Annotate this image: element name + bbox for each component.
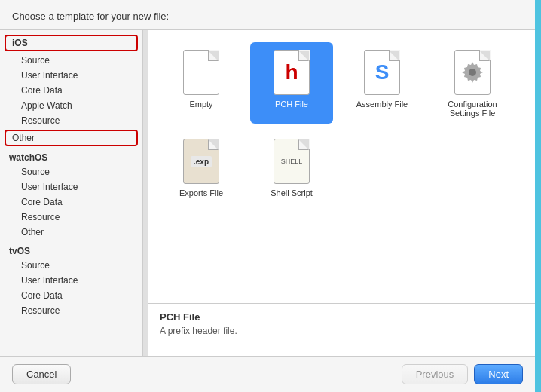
sidebar-item-apple-watch[interactable]: Apple Watch <box>0 98 142 113</box>
sidebar-item-resource-tvos[interactable]: Resource <box>0 303 142 318</box>
assembly-label: Assembly File <box>356 100 408 109</box>
sidebar-item-ui-tvos[interactable]: User Interface <box>0 273 142 288</box>
shell-label: Shell Script <box>270 188 313 198</box>
sidebar-item-source[interactable]: Source <box>0 53 142 68</box>
sidebar-item-core-data-tvos[interactable]: Core Data <box>0 288 142 303</box>
header-prompt: Choose a template for your new file: <box>12 11 169 22</box>
file-item-assembly[interactable]: S Assembly File <box>341 42 423 124</box>
sidebar-item-source-tvos[interactable]: Source <box>0 258 142 273</box>
file-item-shell[interactable]: SHELL Shell Script <box>250 131 333 204</box>
sidebar: iOS Source User Interface Core Data Appl… <box>0 30 143 356</box>
sidebar-group-tvos[interactable]: tvOS <box>0 243 142 258</box>
gear-svg <box>460 60 484 84</box>
gear-file-icon <box>453 48 492 96</box>
empty-icon <box>182 48 221 96</box>
right-accent-bar <box>535 0 541 392</box>
dialog-footer: Cancel Previous Next <box>0 356 535 392</box>
dialog-header: Choose a template for your new file: <box>0 0 535 29</box>
pch-label: PCH File <box>275 100 308 109</box>
file-item-exports[interactable]: .exp Exports File <box>160 131 243 204</box>
previous-button[interactable]: Previous <box>402 364 469 384</box>
configuration-label: ConfigurationSettings File <box>448 100 497 118</box>
sidebar-item-ui-watchos[interactable]: User Interface <box>0 179 142 194</box>
sidebar-item-core-data-watchos[interactable]: Core Data <box>0 194 142 210</box>
shell-icon: SHELL <box>272 137 311 185</box>
assembly-icon: S <box>362 48 402 96</box>
cancel-button[interactable]: Cancel <box>12 364 71 384</box>
sidebar-item-resource[interactable]: Resource <box>0 113 142 128</box>
sidebar-item-user-interface[interactable]: User Interface <box>0 68 142 83</box>
file-item-pch[interactable]: h PCH File <box>250 42 333 124</box>
sidebar-group-ios[interactable]: iOS <box>5 35 138 51</box>
exports-label: Exports File <box>179 188 223 198</box>
sidebar-item-other[interactable]: Other <box>5 130 138 146</box>
exports-icon: .exp <box>182 137 221 185</box>
sidebar-group-watchos[interactable]: watchOS <box>0 149 142 164</box>
description-text: A prefix header file. <box>160 326 523 336</box>
file-item-configuration[interactable]: ConfigurationSettings File <box>431 42 514 124</box>
next-button[interactable]: Next <box>474 364 523 384</box>
sidebar-item-core-data[interactable]: Core Data <box>0 83 142 98</box>
sidebar-item-source-watchos[interactable]: Source <box>0 164 142 179</box>
nav-buttons: Previous Next <box>402 364 523 384</box>
svg-point-1 <box>469 69 476 76</box>
description-area: PCH File A prefix header file. <box>148 303 535 356</box>
pch-icon: h <box>272 48 311 96</box>
sidebar-item-resource-watchos[interactable]: Resource <box>0 210 142 225</box>
main-content: Empty h PCH File <box>148 30 535 356</box>
file-item-empty[interactable]: Empty <box>160 42 243 124</box>
sidebar-item-other-watchos[interactable]: Other <box>0 225 142 240</box>
empty-label: Empty <box>189 100 212 109</box>
file-grid: Empty h PCH File <box>148 30 535 303</box>
description-title: PCH File <box>160 311 523 323</box>
